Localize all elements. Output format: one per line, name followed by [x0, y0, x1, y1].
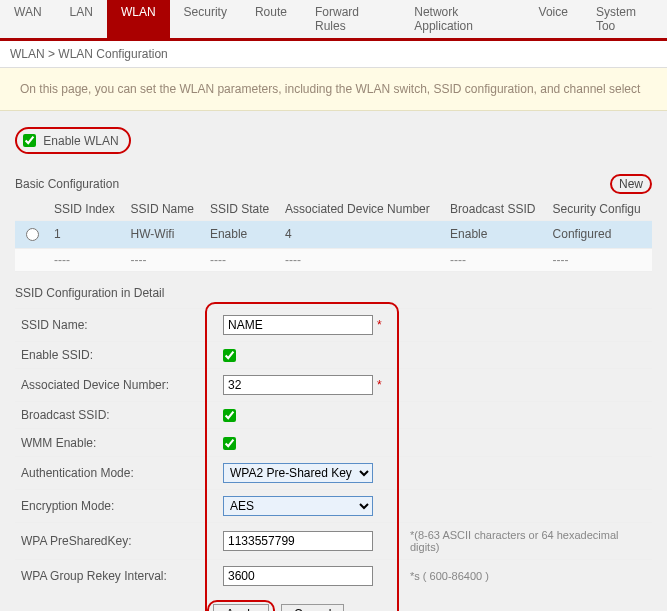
enable-wlan-label: Enable WLAN: [43, 134, 118, 148]
col-broadcast: Broadcast SSID: [444, 198, 547, 221]
nav-security[interactable]: Security: [170, 0, 241, 38]
top-nav: WAN LAN WLAN Security Route Forward Rule…: [0, 0, 667, 41]
label-assoc-num: Associated Device Number:: [15, 369, 217, 402]
apply-button[interactable]: Apply: [213, 604, 269, 611]
psk-input[interactable]: [223, 531, 373, 551]
ssid-table: SSID Index SSID Name SSID State Associat…: [15, 198, 652, 272]
label-wmm: WMM Enable:: [15, 429, 217, 456]
nav-route[interactable]: Route: [241, 0, 301, 38]
auth-mode-select[interactable]: WPA2 Pre-Shared Key: [223, 463, 373, 483]
table-row[interactable]: 1 HW-Wifi Enable 4 Enable Configured: [15, 220, 652, 248]
label-enc-mode: Encryption Mode:: [15, 489, 217, 522]
nav-voice[interactable]: Voice: [525, 0, 582, 38]
basic-config-title: Basic Configuration: [15, 177, 119, 191]
wmm-enable-checkbox[interactable]: [223, 437, 236, 450]
enable-ssid-checkbox[interactable]: [223, 349, 236, 362]
nav-wan[interactable]: WAN: [0, 0, 56, 38]
label-psk: WPA PreSharedKey:: [15, 522, 217, 559]
nav-wlan[interactable]: WLAN: [107, 0, 170, 38]
nav-lan[interactable]: LAN: [56, 0, 107, 38]
enable-wlan-checkbox[interactable]: [23, 134, 36, 147]
cancel-button[interactable]: Cancel: [281, 604, 344, 611]
new-button[interactable]: New: [610, 174, 652, 194]
detail-form: SSID Name: * Enable SSID: Associated Dev…: [15, 308, 652, 592]
col-assoc-num: Associated Device Number: [279, 198, 444, 221]
rekey-input[interactable]: [223, 566, 373, 586]
label-broadcast: Broadcast SSID:: [15, 402, 217, 429]
page-notice: On this page, you can set the WLAN param…: [0, 68, 667, 111]
col-ssid-state: SSID State: [204, 198, 279, 221]
assoc-num-input[interactable]: [223, 375, 373, 395]
nav-forward-rules[interactable]: Forward Rules: [301, 0, 400, 38]
col-ssid-name: SSID Name: [125, 198, 204, 221]
label-rekey: WPA Group Rekey Interval:: [15, 559, 217, 592]
enable-wlan-row: Enable WLAN: [15, 127, 131, 154]
label-ssid-name: SSID Name:: [15, 308, 217, 341]
col-security: Security Configu: [547, 198, 652, 221]
apply-highlight: Apply: [207, 600, 275, 611]
nav-system[interactable]: System Too: [582, 0, 667, 38]
detail-title: SSID Configuration in Detail: [15, 286, 652, 300]
breadcrumb: WLAN > WLAN Configuration: [0, 41, 667, 68]
rekey-hint: *s ( 600-86400 ): [404, 559, 652, 592]
enc-mode-select[interactable]: AES: [223, 496, 373, 516]
psk-hint: *(8-63 ASCII characters or 64 hexadecima…: [404, 522, 652, 559]
table-row: ---- ---- ---- ---- ---- ----: [15, 248, 652, 271]
broadcast-ssid-checkbox[interactable]: [223, 409, 236, 422]
col-ssid-index: SSID Index: [48, 198, 125, 221]
nav-network-app[interactable]: Network Application: [400, 0, 524, 38]
ssid-name-input[interactable]: [223, 315, 373, 335]
label-enable-ssid: Enable SSID:: [15, 341, 217, 368]
label-auth-mode: Authentication Mode:: [15, 456, 217, 489]
row-select-radio[interactable]: [26, 228, 39, 241]
